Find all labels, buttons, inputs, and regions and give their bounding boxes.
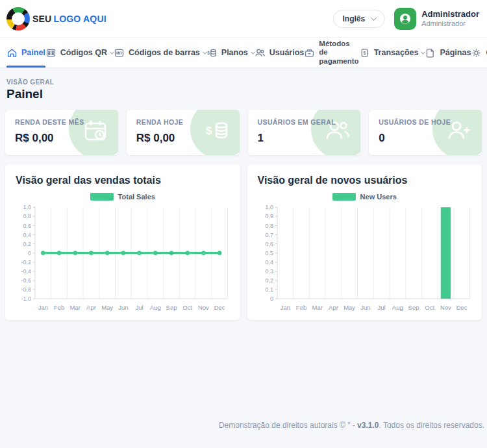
footer-text-prefix: Demonstração de direitos autorais © " - — [219, 421, 357, 430]
user-name: Administrador — [421, 9, 479, 19]
svg-text:0,1: 0,1 — [265, 286, 273, 293]
legend-swatch — [332, 193, 356, 201]
nav-item-planos[interactable]: $ Planos — [206, 38, 255, 68]
nav-label: Planos — [221, 48, 248, 57]
svg-text:1,0: 1,0 — [265, 204, 273, 210]
stat-card-renda-deste-mes: RENDA DESTE MÊS R$ 0,00 — [5, 110, 118, 155]
stat-value: 0 — [379, 132, 472, 145]
language-value: Inglês — [342, 14, 365, 23]
svg-text:Feb: Feb — [295, 304, 306, 311]
language-select[interactable]: Inglês — [333, 10, 385, 28]
stat-label: RENDA HOJE — [136, 118, 230, 126]
top-header: SEULOGO AQUI Inglês Administrador Adm — [0, 0, 487, 38]
svg-text:Sep: Sep — [408, 304, 419, 311]
svg-text:0,6: 0,6 — [23, 222, 31, 229]
legend-label: Total Sales — [118, 193, 155, 201]
footer: Demonstração de direitos autorais © " - … — [0, 421, 487, 448]
svg-text:Jun: Jun — [360, 304, 370, 311]
charts-row: Visão geral das vendas totais Total Sale… — [5, 164, 482, 320]
nav-label: Códigos QR — [60, 48, 107, 57]
svg-text:Feb: Feb — [54, 304, 64, 311]
svg-text:-0,2: -0,2 — [21, 259, 31, 266]
breadcrumb: VISÃO GERAL — [6, 79, 482, 86]
gear-icon — [471, 47, 482, 58]
nav-label: Painel — [21, 48, 45, 57]
svg-text:Jul: Jul — [136, 304, 144, 311]
home-icon — [6, 47, 18, 58]
page-icon — [425, 47, 436, 58]
logo-ring-icon — [6, 7, 30, 31]
user-menu[interactable]: Administrador Administrador — [394, 8, 479, 30]
cash-register-icon — [304, 47, 315, 58]
main-nav: Painel Códigos QR Códigos de barras $ Pl… — [0, 38, 487, 68]
nav-item-codigos-qr[interactable]: Códigos QR — [45, 38, 114, 68]
app-window: SEULOGO AQUI Inglês Administrador Adm — [0, 0, 487, 448]
svg-text:Apr: Apr — [329, 304, 339, 311]
svg-text:1,0: 1,0 — [23, 204, 31, 210]
svg-text:Dec: Dec — [456, 304, 467, 311]
stat-value: R$ 0,00 — [15, 132, 108, 145]
chart-title: Visão geral de novos usuários — [258, 175, 472, 186]
svg-text:Nov: Nov — [440, 304, 451, 311]
total-sales-chart: 1,00,80,60,40,20-0,2-0,4-0,6-0,8-1,0JanF… — [14, 203, 231, 315]
svg-text:May: May — [343, 304, 355, 311]
svg-text:0: 0 — [28, 250, 31, 256]
svg-text:Jan: Jan — [280, 304, 290, 311]
avatar — [394, 8, 416, 30]
svg-text:Sep: Sep — [166, 304, 177, 311]
nav-item-paginas[interactable]: Páginas — [425, 38, 471, 68]
svg-text:-0,6: -0,6 — [21, 277, 31, 284]
svg-text:Nov: Nov — [198, 304, 209, 311]
svg-text:0,5: 0,5 — [265, 250, 273, 256]
legend-label: New Users — [360, 193, 397, 201]
stat-label: USUÁRIOS DE HOJE — [379, 118, 472, 126]
header-right: Inglês Administrador Administrador — [333, 8, 479, 30]
svg-text:0,8: 0,8 — [265, 222, 273, 229]
svg-text:0,4: 0,4 — [265, 259, 273, 266]
nav-item-transacoes[interactable]: $ Transações — [359, 38, 425, 68]
svg-text:-1,0: -1,0 — [21, 295, 31, 302]
svg-text:0,2: 0,2 — [23, 241, 31, 247]
svg-text:Jun: Jun — [118, 304, 128, 311]
svg-text:0,2: 0,2 — [265, 277, 273, 284]
chart-legend: New Users — [256, 193, 473, 201]
new-users-chart: 1,00,90,80,70,60,50,40,30,20,10JanFebMar… — [256, 203, 473, 315]
svg-text:-0,8: -0,8 — [21, 286, 31, 293]
nav-item-configuracoes[interactable]: Configurações — [471, 38, 487, 68]
nav-item-usuarios[interactable]: Usuários — [255, 38, 305, 68]
svg-text:Jan: Jan — [38, 304, 48, 311]
page-title: Painel — [6, 87, 482, 101]
stat-value: 1 — [258, 132, 351, 145]
footer-version: v3.1.0 — [357, 421, 379, 430]
svg-text:0,6: 0,6 — [265, 241, 273, 247]
svg-text:Dec: Dec — [214, 304, 225, 311]
svg-text:0,8: 0,8 — [23, 213, 31, 219]
nav-label: Códigos de barras — [129, 48, 200, 57]
stat-value: R$ 0,00 — [136, 132, 230, 145]
footer-text-suffix: . Todos os direitos reservados. — [379, 421, 484, 430]
logo[interactable]: SEULOGO AQUI — [6, 7, 106, 31]
nav-label: Páginas — [440, 48, 471, 57]
nav-item-metodos-de-pagamento[interactable]: Métodos de pagamento — [304, 38, 358, 68]
svg-text:May: May — [101, 304, 113, 311]
nav-item-codigos-de-barras[interactable]: Códigos de barras — [114, 38, 206, 68]
logo-text-part1: SEU — [32, 14, 51, 24]
svg-text:$: $ — [207, 50, 210, 55]
nav-item-painel[interactable]: Painel — [6, 38, 45, 68]
svg-text:0,3: 0,3 — [265, 268, 273, 275]
svg-text:Oct: Oct — [425, 304, 434, 311]
svg-text:0,7: 0,7 — [265, 231, 273, 238]
svg-text:Mar: Mar — [70, 304, 81, 311]
svg-text:0,9: 0,9 — [265, 213, 273, 219]
nav-label: Transações — [374, 48, 419, 57]
qr-code-icon — [45, 47, 56, 58]
svg-text:Oct: Oct — [182, 304, 192, 311]
svg-text:Apr: Apr — [86, 304, 97, 311]
coins-icon: $ — [206, 47, 218, 58]
stat-label: RENDA DESTE MÊS — [15, 118, 108, 126]
stat-label: USUÁRIOS EM GERAL — [258, 118, 351, 126]
logo-text: SEULOGO AQUI — [32, 14, 106, 24]
svg-text:0: 0 — [269, 295, 273, 302]
person-icon — [399, 12, 412, 25]
legend-swatch — [90, 193, 114, 201]
